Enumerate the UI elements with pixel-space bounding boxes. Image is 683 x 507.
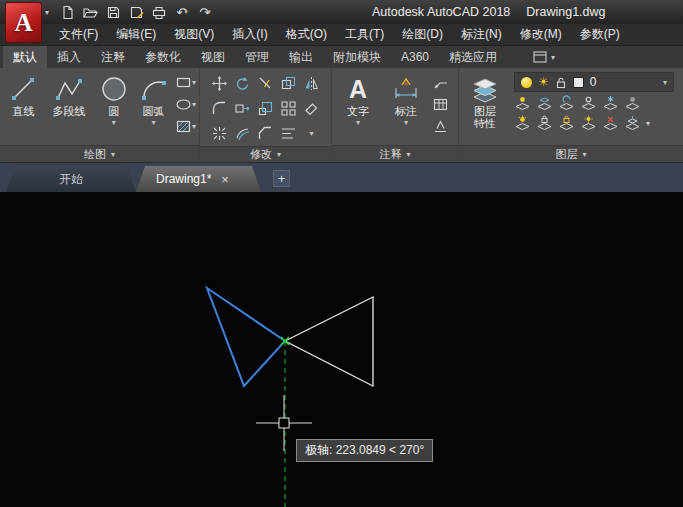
ribbon-tab-annotate[interactable]: 注释 [91, 46, 135, 68]
chamfer-tool-button[interactable] [257, 125, 274, 142]
leader-tool-button[interactable] [432, 74, 449, 91]
layer-unlock-button[interactable] [558, 115, 575, 132]
stretch-tool-button[interactable] [234, 100, 251, 117]
hatch-tool-button[interactable] [175, 118, 192, 135]
rectangle-icon [175, 74, 192, 91]
align-tool-button[interactable] [280, 125, 297, 142]
layer-more-dropdown-icon[interactable]: ▾ [646, 119, 650, 128]
ribbon-tab-featured[interactable]: 精选应用 [439, 46, 507, 68]
layer-unlock-icon [555, 76, 567, 89]
tool-line-button[interactable]: 直线 [3, 70, 44, 145]
menu-draw[interactable]: 绘图(D) [393, 24, 452, 45]
ribbon-display-toggle[interactable]: ▾ [533, 46, 555, 68]
panel-draw: 直线 多段线 圆 ▾ [0, 68, 200, 162]
menu-view[interactable]: 视图(V) [165, 24, 223, 45]
ribbon-tab-manage[interactable]: 管理 [235, 46, 279, 68]
explode-tool-button[interactable] [211, 125, 228, 142]
new-tab-button[interactable]: + [273, 170, 290, 187]
close-tab-icon[interactable]: × [221, 172, 229, 187]
open-file-button[interactable] [81, 2, 99, 22]
panel-label-modify[interactable]: 修改 ▾ [200, 146, 331, 162]
tool-polyline-button[interactable]: 多段线 [44, 70, 95, 145]
layer-thaw-all-button[interactable] [580, 115, 597, 132]
scale-tool-button[interactable] [257, 100, 274, 117]
ribbon-tab-parametric[interactable]: 参数化 [135, 46, 191, 68]
menu-dimension[interactable]: 标注(N) [452, 24, 511, 45]
menu-edit[interactable]: 编辑(E) [107, 24, 165, 45]
title-bar: A ▾ ↶ ▾ ↷ ▾ [0, 0, 683, 24]
layer-match-button[interactable] [536, 95, 553, 112]
tool-circle-button[interactable]: 圆 ▾ [94, 70, 133, 145]
redo-button[interactable]: ↷ ▾ [196, 2, 214, 22]
ribbon-tab-output[interactable]: 输出 [279, 46, 323, 68]
circle-dropdown-icon[interactable]: ▾ [112, 118, 116, 127]
text-dropdown-icon[interactable]: ▾ [356, 118, 360, 127]
trim-tool-button[interactable] [257, 75, 274, 92]
app-menu-caret-icon[interactable]: ▾ [45, 8, 49, 17]
menu-file[interactable]: 文件(F) [50, 24, 107, 45]
rectangle-tool-button[interactable] [175, 74, 192, 91]
panel-label-layers[interactable]: 图层 ▾ [459, 145, 683, 162]
ellipse-tool-button[interactable] [175, 96, 192, 113]
tool-text-button[interactable]: A 文字 ▾ [335, 70, 381, 145]
offset-tool-button[interactable] [234, 125, 251, 142]
table-icon [432, 96, 449, 113]
erase-tool-button[interactable] [303, 100, 320, 117]
dimension-dropdown-icon[interactable]: ▾ [404, 118, 408, 127]
ribbon-tab-a360[interactable]: A360 [391, 46, 439, 68]
plot-button[interactable] [150, 2, 168, 22]
tool-dimension-button[interactable]: 标注 ▾ [381, 70, 431, 145]
new-file-button[interactable] [58, 2, 76, 22]
mirror-tool-button[interactable] [303, 75, 320, 92]
layer-on-button[interactable] [514, 115, 531, 132]
layer-freeze-button[interactable] [602, 95, 619, 112]
layer-off-button[interactable] [624, 95, 641, 112]
layer-make-current-button[interactable] [514, 95, 531, 112]
layer-select-combo[interactable]: ☀ 0 ▾ [514, 72, 674, 92]
save-as-icon [129, 5, 144, 20]
move-tool-button[interactable] [211, 75, 228, 92]
layer-lock-button[interactable] [536, 115, 553, 132]
ribbon-tab-addins[interactable]: 附加模块 [323, 46, 391, 68]
layer-previous-button[interactable] [558, 95, 575, 112]
stretch-icon [234, 100, 251, 117]
hatch-dropdown-icon[interactable]: ▾ [192, 122, 196, 131]
panel-modify: ▾ 修改 ▾ [200, 68, 332, 162]
selected-triangle[interactable] [207, 288, 285, 386]
drawing-canvas[interactable]: 极轴: 223.0849 < 270° [0, 192, 683, 507]
panel-label-annotate[interactable]: 注释 ▾ [332, 145, 458, 162]
layer-delete-button[interactable] [602, 115, 619, 132]
circle-icon [99, 72, 129, 105]
tool-arc-button[interactable]: 圆弧 ▾ [133, 70, 174, 145]
menu-insert[interactable]: 插入(I) [223, 24, 276, 45]
app-menu-button[interactable]: A [5, 2, 42, 43]
rectangle-dropdown-icon[interactable]: ▾ [192, 78, 196, 87]
ribbon-tab-home[interactable]: 默认 [3, 46, 47, 68]
layer-merge-button[interactable] [624, 115, 641, 132]
save-as-button[interactable] [127, 2, 145, 22]
rotate-tool-button[interactable] [234, 75, 251, 92]
file-tab-drawing1[interactable]: Drawing1* × [136, 166, 261, 192]
ribbon-tab-insert[interactable]: 插入 [47, 46, 91, 68]
ribbon-tab-view[interactable]: 视图 [191, 46, 235, 68]
layer-properties-button[interactable]: 图层特性 [462, 70, 508, 145]
file-tab-start[interactable]: 开始 [6, 166, 136, 192]
triangle[interactable] [285, 297, 373, 386]
menu-parametric[interactable]: 参数(P) [571, 24, 629, 45]
text-style-tool-button[interactable] [432, 118, 449, 135]
arc-dropdown-icon[interactable]: ▾ [152, 118, 156, 127]
menu-modify[interactable]: 修改(M) [511, 24, 571, 45]
undo-button[interactable]: ↶ ▾ [173, 2, 191, 22]
table-tool-button[interactable] [432, 96, 449, 113]
layer-isolate-button[interactable] [580, 95, 597, 112]
save-button[interactable] [104, 2, 122, 22]
modify-more-dropdown-icon[interactable]: ▾ [309, 129, 313, 138]
menu-tools[interactable]: 工具(T) [336, 24, 393, 45]
menu-format[interactable]: 格式(O) [277, 24, 336, 45]
fillet-tool-button[interactable] [211, 100, 228, 117]
erase-icon [303, 100, 320, 117]
array-tool-button[interactable] [280, 100, 297, 117]
panel-label-draw[interactable]: 绘图 ▾ [0, 145, 199, 162]
copy-tool-button[interactable] [280, 75, 297, 92]
ellipse-dropdown-icon[interactable]: ▾ [192, 100, 196, 109]
